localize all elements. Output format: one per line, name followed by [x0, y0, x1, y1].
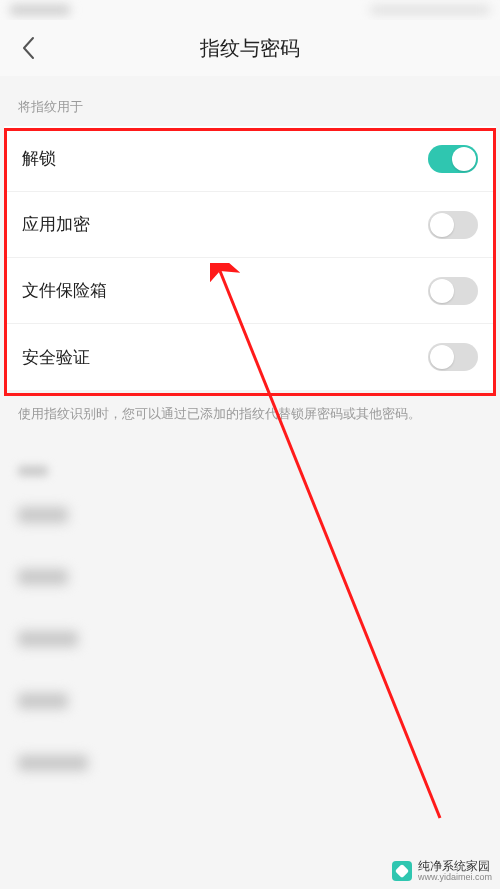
- row-file-safe: 文件保险箱: [4, 258, 496, 324]
- toggle-knob: [430, 213, 454, 237]
- row-label-file-safe: 文件保险箱: [22, 279, 107, 302]
- status-bar: [0, 0, 500, 20]
- fingerprint-settings-group: 解锁 应用加密 文件保险箱 安全验证: [4, 126, 496, 390]
- watermark: 纯净系统家园 www.yidaimei.com: [392, 860, 492, 883]
- row-label-unlock: 解锁: [22, 147, 56, 170]
- toggle-knob: [452, 147, 476, 171]
- back-button[interactable]: [16, 36, 40, 60]
- nav-bar: 指纹与密码: [0, 20, 500, 76]
- toggle-knob: [430, 279, 454, 303]
- row-security-verify: 安全验证: [4, 324, 496, 390]
- back-icon: [21, 36, 35, 60]
- row-label-app-encrypt: 应用加密: [22, 213, 90, 236]
- toggle-unlock[interactable]: [428, 145, 478, 173]
- toggle-app-encrypt[interactable]: [428, 211, 478, 239]
- row-app-encrypt: 应用加密: [4, 192, 496, 258]
- watermark-url: www.yidaimei.com: [418, 873, 492, 883]
- section-header: 将指纹用于: [0, 76, 500, 126]
- blurred-content: [0, 438, 500, 804]
- row-label-security-verify: 安全验证: [22, 346, 90, 369]
- watermark-logo-icon: [392, 861, 412, 881]
- page-title: 指纹与密码: [200, 35, 300, 62]
- footer-note: 使用指纹识别时，您可以通过已添加的指纹代替锁屏密码或其他密码。: [0, 390, 500, 438]
- toggle-security-verify[interactable]: [428, 343, 478, 371]
- toggle-file-safe[interactable]: [428, 277, 478, 305]
- toggle-knob: [430, 345, 454, 369]
- row-unlock: 解锁: [4, 126, 496, 192]
